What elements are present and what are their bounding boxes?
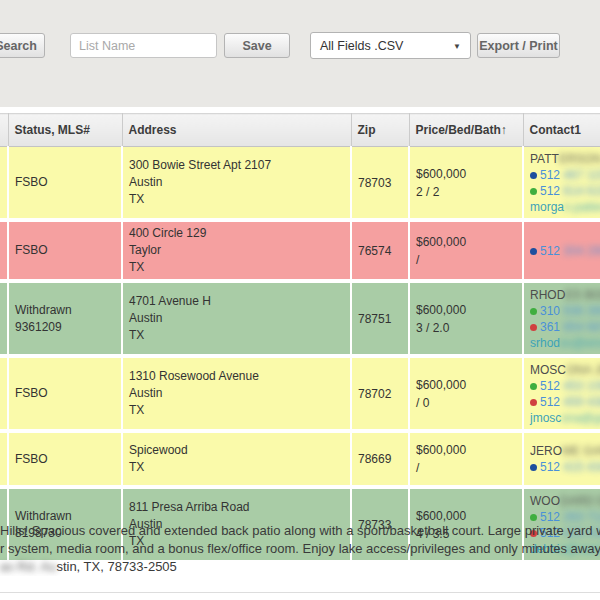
table-row[interactable]: FSBO Spicewood TX 78669 $600,000 / JEROM… [0,431,600,487]
price-value: $600,000 [416,376,520,394]
status-cell: FSBO [8,356,122,431]
contact-phone: 512 415 4340 [530,459,600,475]
bed-bath-value: 2 / 2 [416,183,520,201]
phone-link[interactable]: 361 [540,320,560,334]
phone-redacted: 459 4388 [560,395,600,409]
status-cell: FSBO [8,147,122,221]
phone-link[interactable]: 512 [540,244,560,258]
price-cell: $600,000 3 / 2.0 [409,281,523,356]
phone-dot-blue-icon [530,464,537,471]
table-row[interactable]: FSBO 300 Bowie Street Apt 2107 Austin TX… [0,147,600,221]
column-header-contact1[interactable]: Contact1 [523,114,600,147]
listing-description: Hills! Spacious covered and extended bac… [0,522,600,576]
description-address-line: as Rd. Austin, TX, 78733-2505 [0,558,600,576]
address-line: TX [129,402,348,419]
bed-bath-value: / [416,459,520,477]
address-line: 1310 Rosewood Avenue [129,368,348,385]
price-value: $600,000 [416,165,520,183]
price-value: $600,000 [416,301,520,319]
column-header-status[interactable]: Status, MLS# [8,114,122,147]
email-link[interactable]: morga [530,200,564,214]
bed-bath-value: / [416,251,520,269]
row-spacer-cell [0,281,8,356]
phone-redacted: 415 4340 [560,460,600,474]
phone-link[interactable]: 512 [540,379,560,393]
fields-format-select[interactable]: All Fields .CSV ▼ [310,32,471,59]
address-line: Austin [129,385,348,402]
listings-table-wrapper: Status, MLS# Address Zip Price/Bed/Bath↑… [0,113,600,564]
status-text: FSBO [15,242,119,259]
list-name-input[interactable] [70,33,217,58]
price-cell: $600,000 2 / 2 [409,147,523,221]
address-line: Austin [129,310,348,327]
phone-dot-blue-icon [530,248,537,255]
header-spacer [0,114,8,147]
price-value: $600,000 [416,441,520,459]
bed-bath-value: / 0 [416,394,520,412]
address-line: 400 Circle 129 [129,225,348,242]
phone-link[interactable]: 512 [540,395,560,409]
status-text: Withdrawn [15,302,119,319]
price-cell: $600,000 / [409,220,523,281]
contact-name: RHODES BODE [530,287,600,303]
phone-link[interactable]: 310 [540,304,560,318]
phone-redacted: 453 1088 [560,379,600,393]
address-line: 4701 Avenue H [129,293,348,310]
column-header-price-label: Price/Bed/Bath [416,123,501,137]
description-line: r system, media room, and a bonus flex/o… [0,540,600,558]
column-header-zip[interactable]: Zip [351,114,409,147]
email-redacted: ona@gm [561,411,600,425]
address-cell: 4701 Avenue H Austin TX [122,281,351,356]
contact-phone: 512 304 2909 [530,243,600,259]
price-cell: $600,000 / 0 [409,356,523,431]
address-visible: stin, TX, 78733-2505 [56,559,176,574]
phone-dot-green-icon [530,308,537,315]
contact-phone: 512 453 1088 [530,378,600,394]
phone-link[interactable]: 512 [540,168,560,182]
zip-cell: 78702 [351,356,409,431]
zip-cell: 78669 [351,431,409,487]
status-text: FSBO [15,385,119,402]
save-button[interactable]: Save [224,33,290,58]
address-cell: 1310 Rosewood Avenue Austin TX [122,356,351,431]
contact-name: PATTERSON MA [530,151,600,167]
export-print-button[interactable]: Export / Print [477,33,560,58]
column-header-price[interactable]: Price/Bed/Bath↑ [409,114,523,147]
phone-dot-red-icon [530,324,537,331]
contact-name-visible: MOSC [530,363,566,377]
sort-ascending-icon: ↑ [501,123,507,137]
phone-redacted: 614 6152 [560,184,600,198]
price-cell: $600,000 / [409,431,523,487]
contact-phone: 361 854 6873 [530,319,600,335]
email-link[interactable]: jmosc [530,411,561,425]
email-link[interactable]: srhod [530,336,560,350]
fields-format-value: All Fields .CSV [320,39,403,53]
status-cell: FSBO [8,431,122,487]
address-line: TX [129,259,348,276]
description-line: Hills! Spacious covered and extended bac… [0,522,600,540]
phone-link[interactable]: 512 [540,460,560,474]
contact-name: MOSCONA JES [530,362,600,378]
contact-cell: RHODES BODE 310 936 3904 361 854 6873 sr… [523,281,600,356]
phone-link[interactable]: 512 [540,184,560,198]
table-row[interactable]: Withdrawn 9361209 4701 Avenue H Austin T… [0,281,600,356]
column-header-address[interactable]: Address [122,114,351,147]
mls-number: 9361209 [15,319,119,336]
contact-name-visible: JERO [530,444,562,458]
search-button[interactable]: Search [0,33,45,58]
address-line: Taylor [129,242,348,259]
table-row[interactable]: FSBO 1310 Rosewood Avenue Austin TX 7870… [0,356,600,431]
row-spacer-cell [0,147,8,221]
contact-name-redacted: DARD DEB [560,494,600,508]
contact-cell: MOSCONA JES 512 453 1088 512 459 4388 jm… [523,356,600,431]
table-row[interactable]: FSBO 400 Circle 129 Taylor TX 76574 $600… [0,220,600,281]
row-spacer-cell [0,356,8,431]
address-line: 300 Bowie Street Apt 2107 [129,157,348,174]
address-line: TX [129,191,348,208]
contact-email: jmoscona@gm [530,410,600,426]
price-value: $600,000 [416,233,520,251]
bottom-divider [0,592,600,593]
listings-table: Status, MLS# Address Zip Price/Bed/Bath↑… [0,113,600,564]
contact-name-redacted: ES BODE [565,288,600,302]
contact-phone: 512 459 4388 [530,394,600,410]
